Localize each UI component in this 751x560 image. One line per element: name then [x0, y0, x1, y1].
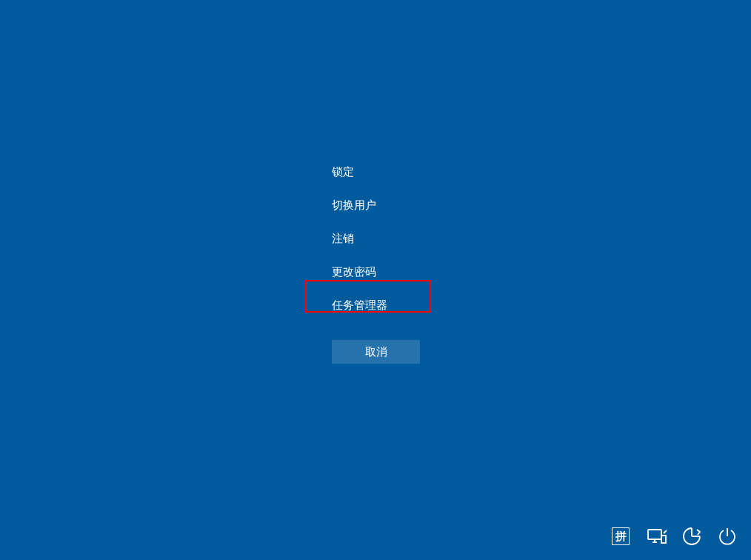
network-button[interactable] [646, 526, 667, 547]
network-icon [646, 527, 667, 545]
svg-rect-3 [661, 536, 666, 543]
task-manager-option[interactable]: 任务管理器 [332, 289, 387, 322]
ease-of-access-button[interactable] [681, 526, 702, 547]
cancel-button[interactable]: 取消 [332, 340, 420, 364]
ease-of-access-icon [682, 527, 701, 546]
power-icon [718, 527, 737, 546]
ime-icon: 拼 [612, 527, 630, 545]
svg-line-4 [664, 530, 667, 533]
change-password-option[interactable]: 更改密码 [332, 256, 387, 289]
sign-out-option[interactable]: 注销 [332, 222, 387, 256]
switch-user-option[interactable]: 切换用户 [332, 189, 387, 222]
lock-option[interactable]: 锁定 [332, 156, 387, 189]
svg-rect-0 [648, 530, 661, 539]
system-tray: 拼 [610, 526, 738, 547]
power-button[interactable] [717, 526, 738, 547]
ime-button[interactable]: 拼 [610, 526, 631, 547]
security-options-menu: 锁定 切换用户 注销 更改密码 任务管理器 [332, 156, 387, 322]
